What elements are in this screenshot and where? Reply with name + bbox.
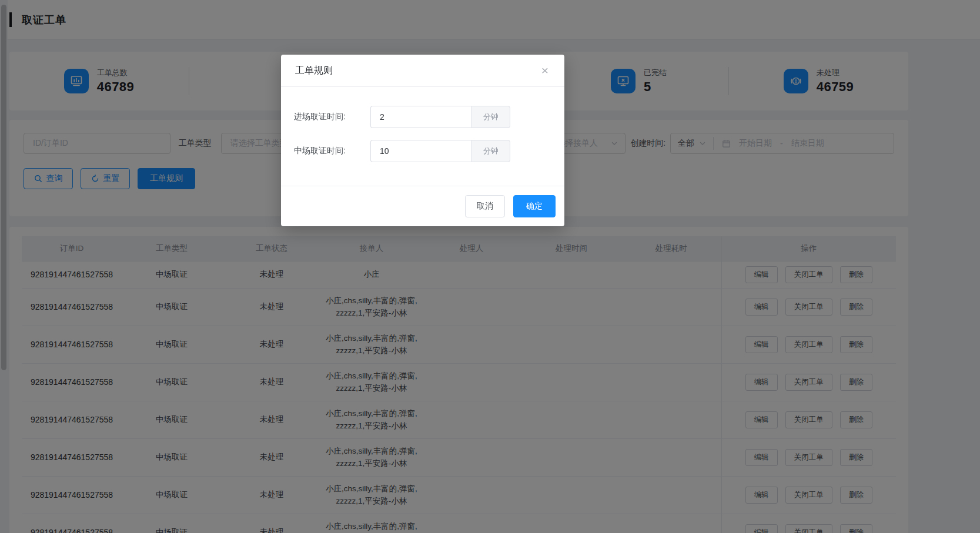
modal-footer: 取消 确定 <box>281 186 564 226</box>
mid-evidence-time-input[interactable]: 10 <box>370 140 471 162</box>
cancel-button[interactable]: 取消 <box>465 195 505 217</box>
mid-evidence-time-label: 中场取证时间: <box>294 146 357 156</box>
mid-evidence-time-unit: 分钟 <box>471 140 510 162</box>
entry-evidence-time-unit: 分钟 <box>471 106 510 128</box>
work-order-rules-modal: 工单规则 × 进场取证时间: 2 分钟 中场取证时间: 10 分钟 取消 确定 <box>281 55 564 226</box>
entry-evidence-time-input[interactable]: 2 <box>370 106 471 128</box>
entry-evidence-time-label: 进场取证时间: <box>294 112 357 122</box>
modal-title: 工单规则 <box>295 65 333 77</box>
modal-body: 进场取证时间: 2 分钟 中场取证时间: 10 分钟 <box>281 87 564 186</box>
confirm-button[interactable]: 确定 <box>513 195 556 217</box>
close-icon[interactable]: × <box>536 62 554 79</box>
modal-header: 工单规则 × <box>281 55 564 87</box>
